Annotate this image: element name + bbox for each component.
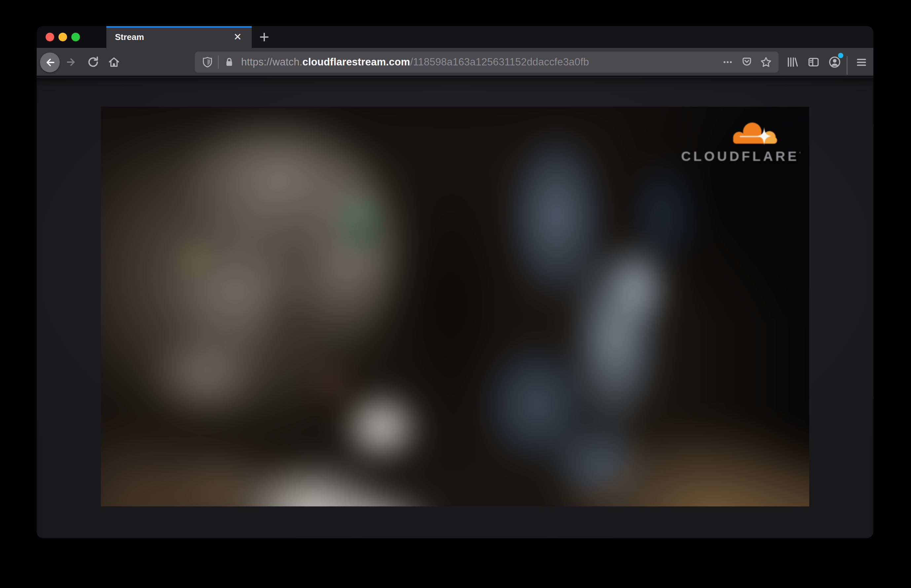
page-content: CLOUDFLARE’	[37, 78, 873, 538]
menu-button[interactable]	[853, 54, 869, 70]
home-button[interactable]	[106, 54, 122, 70]
forward-button[interactable]	[63, 54, 79, 70]
window-controls	[37, 26, 107, 48]
navigation-toolbar: https://watch.cloudflarestream.com/11859…	[37, 48, 873, 77]
video-player[interactable]: CLOUDFLARE’	[101, 107, 809, 506]
reload-icon	[87, 55, 100, 69]
tracking-protection-shield-icon[interactable]	[200, 55, 215, 69]
desktop-background: { "window": { "traffic_lights": { "close…	[0, 0, 911, 588]
toolbar-divider	[846, 56, 848, 75]
home-icon	[107, 55, 121, 69]
page-actions-button[interactable]	[720, 55, 735, 69]
forward-icon	[65, 56, 78, 68]
account-button[interactable]	[827, 54, 843, 70]
sidebar-button[interactable]	[806, 54, 822, 70]
url-path: /118598a163a125631152ddaccfe3a0fb	[410, 56, 589, 68]
url-prefix: https://watch.	[241, 56, 302, 68]
cloudflare-trademark: ’	[799, 151, 800, 157]
account-notification-dot	[838, 53, 843, 58]
back-icon	[44, 56, 56, 69]
cloudflare-wordmark: CLOUDFLARE’	[681, 149, 801, 164]
new-tab-button[interactable]: +	[252, 26, 277, 48]
page-actions-ellipsis-icon	[722, 57, 733, 68]
pocket-icon	[741, 56, 753, 68]
urlbar-divider	[218, 55, 219, 69]
tab-title: Stream	[115, 32, 232, 42]
pocket-button[interactable]	[740, 55, 754, 69]
url-domain: cloudflarestream.com	[302, 56, 410, 68]
url-text: https://watch.cloudflarestream.com/11859…	[241, 56, 720, 68]
zoom-window-button[interactable]	[71, 33, 80, 41]
cloudflare-watermark: CLOUDFLARE’	[681, 118, 791, 165]
library-icon	[785, 55, 799, 69]
url-bar[interactable]: https://watch.cloudflarestream.com/11859…	[195, 52, 779, 73]
reload-button[interactable]	[85, 54, 101, 70]
back-button[interactable]	[40, 53, 60, 72]
library-button[interactable]	[784, 54, 800, 70]
cat-face-features	[101, 107, 809, 506]
bookmark-star-icon	[760, 56, 772, 68]
cloudflare-cloud-icon	[720, 118, 790, 150]
close-window-button[interactable]	[45, 33, 54, 41]
browser-window: Stream ✕ +	[37, 26, 873, 538]
plus-icon: +	[259, 27, 269, 47]
menu-hamburger-icon	[855, 55, 868, 69]
tab-strip: Stream ✕ +	[37, 26, 873, 48]
video-frame-cat	[101, 107, 809, 506]
lock-icon	[222, 55, 236, 69]
tab-close-icon[interactable]: ✕	[232, 31, 243, 43]
minimize-window-button[interactable]	[58, 33, 67, 41]
tab-stream[interactable]: Stream ✕	[107, 26, 252, 48]
bookmark-button[interactable]	[759, 55, 773, 69]
sidebar-icon	[807, 55, 820, 69]
